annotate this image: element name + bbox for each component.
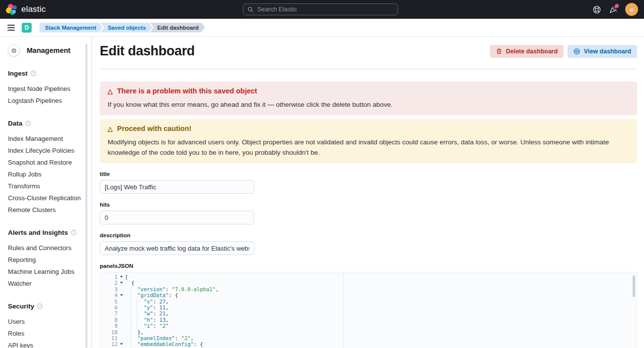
line-number: 1 [100, 274, 123, 280]
search-input[interactable] [257, 6, 394, 13]
hits-field-label: hits [100, 202, 637, 208]
editor-line: 1[ [100, 274, 637, 280]
title-field[interactable] [100, 180, 254, 194]
fold-arrow-icon[interactable] [120, 343, 123, 345]
help-icon [593, 5, 601, 14]
fold-arrow-icon[interactable] [120, 276, 123, 278]
fold-arrow-icon[interactable] [120, 294, 123, 296]
sidebar-item-reporting[interactable]: Reporting [8, 254, 91, 265]
line-number: 3 [100, 286, 123, 292]
alert-icon: △ [108, 87, 113, 95]
panels-json-label: panelsJSON [100, 263, 637, 269]
sidebar-item-logstash-pipelines[interactable]: Logstash Pipelines [8, 94, 91, 106]
user-avatar[interactable]: e [625, 3, 638, 16]
caution-callout-title: Proceed with caution! [117, 125, 192, 132]
alert-icon: △ [108, 125, 113, 132]
view-dashboard-button[interactable]: View dashboard [567, 45, 637, 58]
sidebar-item-watcher[interactable]: Watcher [8, 277, 91, 289]
sidebar-item-transforms[interactable]: Transforms [8, 180, 91, 192]
sidebar-section: Data?Index ManagementIndex Lifecycle Pol… [8, 120, 91, 216]
sidebar-section: Ingest?Ingest Node PipelinesLogstash Pip… [8, 70, 91, 106]
sidebar-item-index-management[interactable]: Index Management [8, 132, 91, 144]
main-content: Edit dashboard Delete dashboard [91, 37, 644, 348]
editor-line: 9 "i": "2" [100, 323, 637, 329]
newsfeed-button[interactable] [609, 5, 617, 14]
editor-line: 5 "x": 27, [100, 299, 637, 304]
editor-line: 4 "gridData": { [100, 292, 637, 298]
error-callout-title: There is a problem with this saved objec… [117, 87, 257, 95]
editor-code: 1[2 {3 "version": "7.0.0-alpha1",4 "grid… [100, 274, 637, 348]
sidebar-item-index-lifecycle-policies[interactable]: Index Lifecycle Policies [8, 144, 91, 156]
editor-line: 11 "panelIndex": "2", [100, 335, 637, 341]
sidebar-header: ⚙ Management [8, 44, 91, 56]
line-number: 12 [100, 341, 123, 347]
brand-name: elastic [21, 4, 46, 14]
trash-icon [496, 48, 502, 54]
sidebar-item-machine-learning-jobs[interactable]: Machine Learning Jobs [8, 265, 91, 277]
hamburger-icon [7, 25, 15, 26]
page-title: Edit dashboard [100, 44, 195, 59]
sidebar-item-rollup-jobs[interactable]: Rollup Jobs [8, 168, 91, 180]
header-divider [100, 69, 637, 69]
delete-dashboard-button[interactable]: Delete dashboard [490, 45, 564, 58]
breadcrumb-edit-dashboard: Edit dashboard [150, 23, 205, 33]
menu-button[interactable] [4, 21, 18, 35]
line-number: 8 [100, 317, 123, 323]
line-number: 7 [100, 310, 123, 316]
description-field[interactable] [100, 241, 254, 255]
section-help-icon: ? [71, 230, 77, 235]
sidebar-item-remote-clusters[interactable]: Remote Clusters [8, 204, 91, 216]
panels-json-editor[interactable]: 1[2 {3 "version": "7.0.0-alpha1",4 "grid… [100, 272, 637, 348]
sidebar-title: Management [27, 46, 71, 54]
editor-line: 2 { [100, 280, 637, 286]
breadcrumb-bar: D Stack Management Saved objects Edit da… [0, 19, 644, 37]
sidebar-item-ingest-node-pipelines[interactable]: Ingest Node Pipelines [8, 83, 91, 94]
editor-line: 7 "w": 21, [100, 310, 637, 316]
gear-icon: ⚙ [8, 44, 20, 56]
sidebar-scrollbar[interactable] [85, 44, 87, 348]
editor-line: 10 }, [100, 329, 637, 335]
sidebar-section-heading: Security? [8, 303, 91, 310]
sidebar-item-users[interactable]: Users [8, 315, 91, 327]
section-help-icon: ? [25, 121, 31, 126]
sidebar-item-snapshot-and-restore[interactable]: Snapshot and Restore [8, 156, 91, 168]
error-callout-body: If you know what this error means, go ah… [108, 99, 629, 110]
sidebar-item-roles[interactable]: Roles [8, 327, 91, 339]
caution-callout: △ Proceed with caution! Modifying object… [100, 119, 637, 163]
sidebar-section-heading: Ingest? [8, 70, 91, 77]
kibana-app: elastic [0, 0, 644, 348]
management-sidebar: ⚙ Management Ingest?Ingest Node Pipeline… [0, 37, 91, 348]
hits-field[interactable] [100, 211, 254, 224]
line-number: 6 [100, 304, 123, 310]
line-number: 2 [100, 280, 123, 286]
sidebar-section: Security?UsersRolesAPI keysRole Mappings [8, 303, 91, 348]
elastic-home-link[interactable]: elastic [6, 4, 46, 15]
global-search-bar[interactable] [243, 3, 398, 15]
search-icon [247, 6, 254, 13]
line-number: 5 [100, 299, 123, 304]
sidebar-section-heading: Data? [8, 120, 91, 127]
line-number: 10 [100, 329, 123, 335]
breadcrumb-stack-management[interactable]: Stack Management [40, 23, 103, 33]
error-callout: △ There is a problem with this saved obj… [100, 82, 637, 115]
header-actions: e [593, 3, 638, 16]
section-help-icon: ? [37, 304, 42, 309]
editor-line: 8 "h": 13, [100, 317, 637, 323]
breadcrumb: Stack Management Saved objects Edit dash… [40, 23, 205, 33]
sidebar-section-heading: Alerts and Insights? [8, 229, 91, 236]
editor-line: 3 "version": "7.0.0-alpha1", [100, 286, 637, 292]
sidebar-item-cross-cluster-replication[interactable]: Cross-Cluster Replication [8, 192, 91, 204]
sidebar-item-api-keys[interactable]: API keys [8, 339, 91, 348]
notification-dot [615, 4, 619, 8]
section-help-icon: ? [31, 71, 36, 76]
fold-arrow-icon[interactable] [120, 282, 123, 284]
breadcrumb-saved-objects[interactable]: Saved objects [100, 23, 152, 33]
line-number: 11 [100, 335, 123, 341]
inspect-icon [573, 48, 580, 55]
space-badge[interactable]: D [22, 23, 32, 33]
editor-scrollbar[interactable] [633, 275, 635, 297]
global-header: elastic [0, 0, 644, 19]
editor-line: 6 "y": 11, [100, 304, 637, 310]
help-button[interactable] [593, 5, 601, 14]
sidebar-item-rules-and-connectors[interactable]: Rules and Connectors [8, 242, 91, 254]
